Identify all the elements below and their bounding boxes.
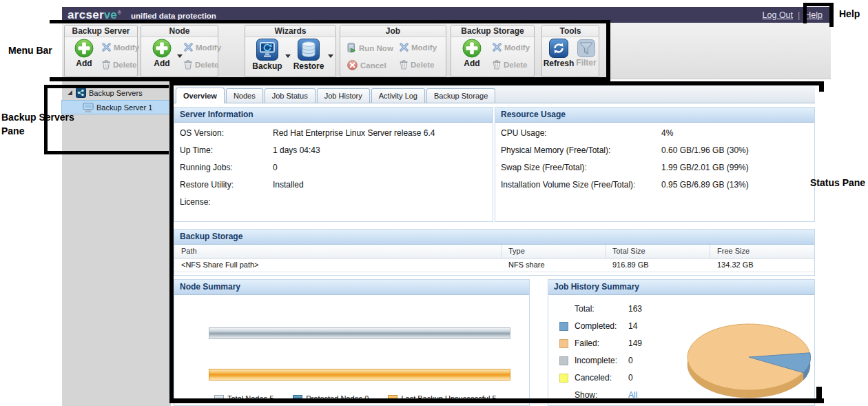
- tab-overview[interactable]: Overview: [176, 88, 225, 103]
- group-tools: Tools Refresh Filter: [541, 25, 599, 77]
- filter-button[interactable]: Filter: [575, 39, 598, 68]
- annotation-menu-bar-right-line: [606, 20, 610, 81]
- storage-modify-button[interactable]: Modify: [493, 43, 530, 52]
- annotation-help-label: Help: [839, 8, 860, 19]
- job-run-now-button[interactable]: Run Now: [347, 43, 393, 53]
- tab-job-history[interactable]: Job History: [317, 88, 370, 103]
- add-icon: [74, 39, 94, 58]
- info-row: Restore Utility:Installed: [180, 180, 487, 197]
- group-title: Tools: [542, 26, 599, 37]
- annotation-status-top-right-tick: [819, 81, 824, 92]
- modify-icon: [184, 43, 193, 52]
- group-backup-server: Backup Server Add Modify: [64, 25, 138, 77]
- annotation-menu-bar-label: Menu Bar: [8, 45, 52, 56]
- group-wizards: Wizards Backup Restore: [245, 25, 336, 77]
- canceled-swatch: [559, 374, 568, 383]
- job-cancel-button[interactable]: Cancel: [347, 60, 386, 70]
- node-delete-button[interactable]: Delete: [184, 60, 219, 70]
- group-title: Wizards: [245, 26, 335, 37]
- trash-icon: [493, 60, 501, 70]
- modify-icon: [493, 43, 502, 52]
- storage-table-row[interactable]: <NFS Share Full path> NFS share 916.89 G…: [174, 258, 814, 272]
- annotation-help-left-line: [803, 3, 807, 23]
- storage-delete-button[interactable]: Delete: [493, 60, 528, 70]
- backup-wizard-icon: [256, 39, 278, 61]
- tab-job-status[interactable]: Job Status: [265, 88, 316, 103]
- page: arcserve® unified data protection Log Ou…: [0, 0, 868, 406]
- jh-failed-row: Failed:149: [559, 338, 642, 349]
- trash-icon: [400, 60, 408, 70]
- refresh-button[interactable]: Refresh: [544, 39, 573, 68]
- annotation-status-left-line: [169, 81, 174, 403]
- node-add-dropdown-icon[interactable]: [177, 54, 183, 58]
- storage-table-header: Path Type Total Size Free Size: [174, 245, 814, 258]
- job-history-pie-chart: [685, 321, 814, 406]
- tree-child-label: Backup Server 1: [96, 103, 152, 112]
- trash-icon: [184, 60, 192, 70]
- tree-expander-icon[interactable]: [68, 90, 72, 95]
- column-header-total-size[interactable]: Total Size: [606, 245, 710, 258]
- node-modify-button[interactable]: Modify: [184, 43, 221, 52]
- trash-icon: [102, 60, 110, 70]
- completed-swatch: [559, 322, 568, 331]
- group-node: Node Add Modify: [141, 25, 218, 77]
- modify-icon: [400, 43, 409, 52]
- logo-registered-mark: ®: [118, 10, 121, 15]
- log-out-link[interactable]: Log Out: [763, 10, 793, 20]
- node-add-button[interactable]: Add: [149, 39, 174, 68]
- backup-server-delete-button[interactable]: Delete: [102, 60, 137, 70]
- refresh-icon: [549, 39, 568, 58]
- panel-title: Job History Summary: [548, 280, 814, 295]
- failed-swatch: [559, 339, 568, 348]
- incomplete-swatch: [559, 356, 568, 365]
- restore-dropdown-icon[interactable]: [328, 54, 333, 58]
- link-separator: |: [798, 10, 800, 20]
- group-title: Node: [141, 26, 218, 37]
- storage-add-button[interactable]: Add: [459, 39, 484, 68]
- info-row: CPU Usage:4%: [501, 128, 809, 145]
- backup-wizard-button[interactable]: Backup: [251, 39, 284, 71]
- job-delete-button[interactable]: Delete: [400, 60, 435, 70]
- info-row: Swap Size (Free/Total):1.99 GB/2.01 GB (…: [501, 163, 809, 180]
- job-modify-button[interactable]: Modify: [400, 43, 437, 52]
- status-pane-tabs: Overview Nodes Job Status Job History Ac…: [174, 86, 815, 103]
- annotation-status-top-line: [169, 81, 824, 85]
- column-header-path[interactable]: Path: [174, 245, 502, 258]
- tree-root-label: Backup Servers: [89, 89, 143, 97]
- backup-server-add-button[interactable]: Add: [72, 39, 96, 68]
- restore-wizard-button[interactable]: Restore: [292, 39, 325, 71]
- group-title: Backup Server: [65, 26, 137, 37]
- panel-title: Resource Usage: [495, 108, 814, 123]
- info-row: Running Jobs:0: [180, 163, 487, 180]
- help-link[interactable]: Help: [805, 10, 823, 20]
- backup-server-modify-button[interactable]: Modify: [102, 43, 139, 52]
- menu-bar: Backup Server Add Modify: [62, 23, 831, 79]
- add-icon: [462, 39, 482, 58]
- column-header-free-size[interactable]: Free Size: [710, 245, 814, 258]
- tree-node-backup-server-1[interactable]: Backup Server 1: [62, 101, 171, 114]
- backup-dropdown-icon[interactable]: [285, 54, 291, 58]
- annotation-menu-bar-top-line: [50, 20, 610, 23]
- group-backup-storage: Backup Storage Add Modify: [451, 25, 535, 77]
- info-row: OS Version:Red Hat Enterprise Linux Serv…: [180, 128, 487, 145]
- group-title: Job: [340, 26, 446, 37]
- node-summary-panel: Node Summary Total Nodes 5 Protected Nod…: [174, 279, 530, 406]
- annotation-backup-servers-pane-label: Backup Servers Pane: [1, 110, 74, 138]
- backup-storage-panel: Backup Storage Path Type Total Size Free…: [174, 229, 815, 276]
- servers-group-icon: [76, 88, 86, 98]
- jh-incomplete-row: Incomplete:0: [559, 355, 633, 366]
- cancel-icon: [347, 60, 358, 70]
- tab-nodes[interactable]: Nodes: [226, 88, 263, 103]
- group-job: Job Run Now Modify: [340, 25, 446, 77]
- group-title: Backup Storage: [451, 26, 534, 37]
- column-header-type[interactable]: Type: [502, 245, 606, 258]
- add-icon: [152, 39, 172, 58]
- resource-usage-panel: Resource Usage CPU Usage:4% Physical Mem…: [495, 107, 815, 222]
- info-row: Installation Volume Size (Free/Total):0.…: [501, 180, 809, 197]
- tree-node-backup-servers[interactable]: Backup Servers: [62, 79, 171, 99]
- annotation-tree-bottom-line: [44, 151, 169, 154]
- filter-icon: [577, 39, 595, 57]
- tab-backup-storage[interactable]: Backup Storage: [426, 88, 495, 103]
- last-backup-unsuccessful-bar: [209, 369, 510, 380]
- tab-activity-log[interactable]: Activity Log: [371, 88, 425, 103]
